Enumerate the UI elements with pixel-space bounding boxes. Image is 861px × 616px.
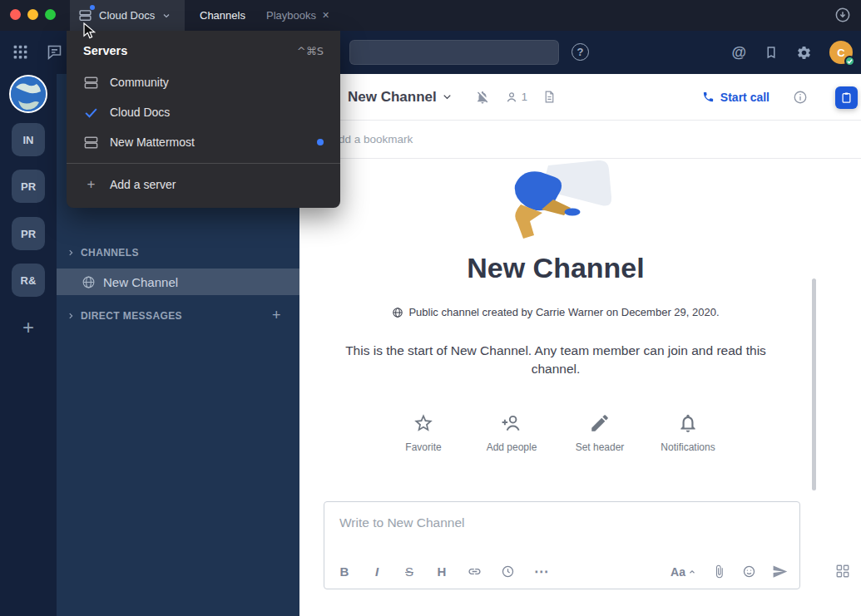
chevron-right-icon bbox=[67, 312, 75, 320]
channel-info-icon[interactable] bbox=[793, 90, 808, 105]
zoom-window-button[interactable] bbox=[45, 9, 56, 20]
phone-icon bbox=[702, 91, 715, 103]
menu-divider bbox=[67, 163, 340, 164]
unread-dot-icon bbox=[317, 139, 324, 145]
active-server-avatar[interactable] bbox=[9, 75, 47, 113]
keyboard-shortcut: ^⌘S bbox=[297, 45, 324, 57]
intro-actions: Favorite Add people Set header Notificat… bbox=[299, 412, 812, 453]
server-avatar-pr1[interactable]: PR bbox=[12, 170, 45, 203]
server-avatar-pr2[interactable]: PR bbox=[12, 217, 45, 250]
composer-actions: Aa bbox=[670, 564, 788, 579]
intro-illustration bbox=[493, 159, 618, 239]
user-avatar[interactable]: C bbox=[829, 41, 853, 64]
mouse-cursor bbox=[83, 22, 96, 40]
tab-playbooks[interactable]: Playbooks ✕ bbox=[266, 0, 329, 31]
member-icon bbox=[505, 91, 518, 104]
formatting-toolbar: B I S H ⋯ Aa bbox=[338, 563, 788, 580]
add-bookmark-button[interactable]: Add a bookmark bbox=[331, 133, 413, 145]
playbooks-dock-icon[interactable] bbox=[835, 86, 858, 109]
saved-posts-icon[interactable] bbox=[764, 45, 779, 60]
direct-messages-section-header[interactable]: DIRECT MESSAGES + bbox=[57, 306, 299, 326]
set-header-button[interactable]: Set header bbox=[556, 412, 644, 453]
globe-icon bbox=[82, 275, 96, 289]
person-add-icon bbox=[501, 412, 522, 434]
send-icon[interactable] bbox=[772, 564, 788, 579]
star-icon bbox=[413, 412, 434, 434]
header-actions: @ C bbox=[731, 31, 853, 74]
server-item-community[interactable]: Community bbox=[67, 67, 340, 97]
heading-icon[interactable]: H bbox=[435, 564, 448, 579]
titlebar: Cloud Docs Channels Playbooks ✕ bbox=[0, 0, 861, 31]
clock-icon[interactable] bbox=[501, 564, 515, 579]
pencil-icon bbox=[589, 412, 611, 434]
globe-icon bbox=[392, 307, 403, 318]
window-controls bbox=[10, 9, 56, 20]
tab-channels[interactable]: Channels bbox=[200, 0, 245, 31]
emoji-icon[interactable] bbox=[742, 564, 756, 579]
chevron-down-icon bbox=[161, 11, 171, 21]
product-switcher-grid-icon[interactable] bbox=[12, 43, 29, 61]
intro-title: New Channel bbox=[299, 252, 812, 284]
bookmark-bar: Add a bookmark bbox=[299, 121, 861, 159]
channels-chat-icon[interactable] bbox=[46, 43, 63, 61]
message-composer: B I S H ⋯ Aa bbox=[324, 501, 800, 589]
check-icon bbox=[83, 105, 99, 121]
channel-item-new-channel[interactable]: New Channel bbox=[57, 269, 299, 295]
plus-icon: + bbox=[83, 176, 99, 193]
help-icon[interactable]: ? bbox=[572, 43, 589, 61]
bold-icon[interactable]: B bbox=[338, 564, 351, 579]
scrollbar[interactable] bbox=[812, 278, 816, 490]
link-icon[interactable] bbox=[468, 564, 482, 579]
muted-bell-icon[interactable] bbox=[475, 90, 490, 105]
server-name-label: Cloud Docs bbox=[99, 9, 155, 22]
more-formatting-icon[interactable]: ⋯ bbox=[534, 563, 548, 580]
close-tab-icon[interactable]: ✕ bbox=[322, 10, 329, 21]
server-icon bbox=[78, 8, 92, 22]
add-direct-message-icon[interactable]: + bbox=[272, 307, 281, 324]
chevron-right-icon bbox=[67, 249, 75, 257]
server-icon bbox=[83, 75, 99, 91]
start-call-button[interactable]: Start call bbox=[702, 91, 769, 104]
channel-title[interactable]: New Channel bbox=[348, 89, 437, 106]
server-item-cloud-docs[interactable]: Cloud Docs bbox=[67, 97, 340, 127]
settings-gear-icon[interactable] bbox=[796, 45, 812, 61]
intro-description: This is the start of New Channel. Any te… bbox=[331, 342, 780, 379]
message-input[interactable] bbox=[324, 502, 799, 530]
channel-intro: New Channel Public channel created by Ca… bbox=[299, 159, 812, 453]
notifications-button[interactable]: Notifications bbox=[644, 412, 732, 453]
servers-dropdown-menu: Servers ^⌘S Community Cloud Docs New Mat… bbox=[67, 31, 340, 208]
add-people-button[interactable]: Add people bbox=[468, 412, 556, 453]
server-rail: IN PR PR R& + bbox=[0, 74, 57, 616]
channels-section-header[interactable]: CHANNELS bbox=[57, 243, 299, 263]
strikethrough-icon[interactable]: S bbox=[403, 564, 416, 579]
add-team-button[interactable]: + bbox=[12, 311, 45, 344]
chevron-down-icon[interactable] bbox=[441, 91, 453, 103]
servers-menu-header: Servers ^⌘S bbox=[67, 41, 340, 67]
server-item-new-mattermost[interactable]: New Mattermost bbox=[67, 127, 340, 157]
channel-header: New Channel 1 Start call bbox=[299, 74, 861, 121]
pinned-files-icon[interactable] bbox=[542, 90, 557, 104]
downloads-icon[interactable] bbox=[834, 7, 851, 23]
server-avatar-in[interactable]: IN bbox=[12, 123, 45, 156]
favorite-button[interactable]: Favorite bbox=[379, 412, 468, 453]
minimize-window-button[interactable] bbox=[27, 9, 38, 20]
unread-dot-icon bbox=[90, 5, 95, 10]
app-grid-icon[interactable] bbox=[835, 564, 850, 579]
close-window-button[interactable] bbox=[10, 9, 21, 20]
server-icon bbox=[83, 135, 99, 150]
add-server-button[interactable]: + Add a server bbox=[67, 170, 340, 200]
chevron-up-icon bbox=[688, 568, 696, 576]
attachment-paperclip-icon[interactable] bbox=[712, 564, 726, 579]
text-size-button[interactable]: Aa bbox=[670, 565, 696, 579]
bell-icon bbox=[677, 412, 699, 434]
italic-icon[interactable]: I bbox=[370, 564, 383, 579]
center-channel: New Channel 1 Start call Add a bookmark bbox=[299, 74, 861, 616]
online-status-icon bbox=[844, 56, 855, 67]
server-avatar-r[interactable]: R& bbox=[12, 264, 45, 297]
mentions-icon[interactable]: @ bbox=[731, 44, 746, 62]
search-input[interactable] bbox=[349, 40, 559, 65]
intro-meta: Public channel created by Carrie Warner … bbox=[299, 306, 812, 318]
member-count-button[interactable]: 1 bbox=[505, 91, 527, 104]
